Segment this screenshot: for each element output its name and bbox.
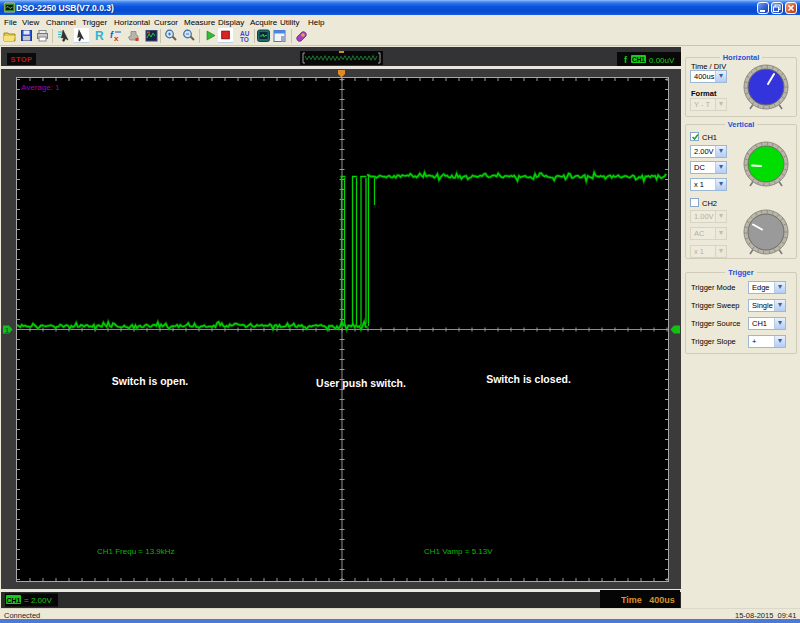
svg-text:CH1: CH1 [632,56,645,63]
svg-text:= 2.00V: = 2.00V [24,596,52,605]
svg-text:TO: TO [240,36,249,43]
svg-text:x: x [114,34,119,43]
svg-text:Switch is open.: Switch is open. [112,375,189,387]
svg-text:User push switch.: User push switch. [316,377,406,389]
svg-text:1: 1 [5,327,9,334]
svg-text:0.00uV: 0.00uV [649,56,675,65]
svg-text:STOP: STOP [11,55,33,64]
svg-text:Switch is closed.: Switch is closed. [486,373,571,385]
svg-text:R: R [95,29,104,43]
svg-text:Average: 1: Average: 1 [21,83,60,92]
svg-text:CH1 Frequ = 13.9kHz: CH1 Frequ = 13.9kHz [97,547,175,556]
svg-text:CH1 Vamp = 5.13V: CH1 Vamp = 5.13V [424,547,493,556]
svg-text:CH1: CH1 [6,597,20,604]
svg-text:Time 400us: Time 400us [621,595,675,605]
